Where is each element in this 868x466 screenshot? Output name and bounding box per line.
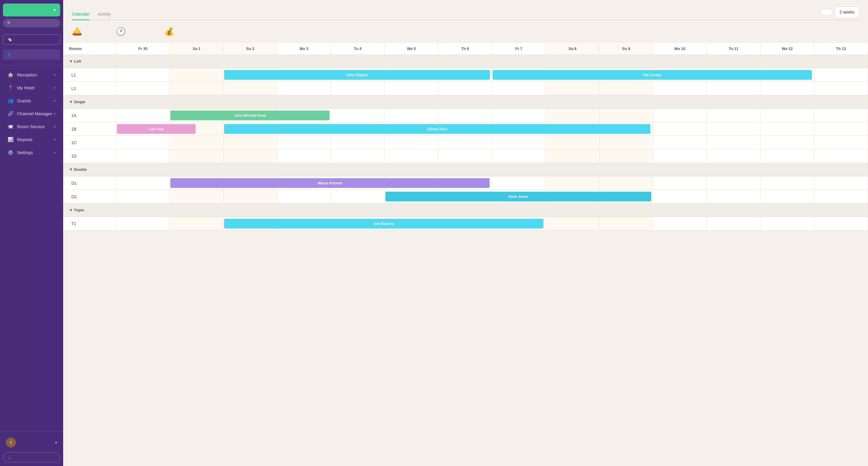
sidebar-item-reports[interactable]: 📊 Reports ▾ [2,133,61,146]
cell-1B-mo10[interactable] [653,122,707,136]
cell-D2-fr30[interactable] [116,190,170,203]
cell-D1-su9[interactable] [599,176,653,190]
cell-T1-sa1[interactable] [170,217,223,231]
cell-D1-sa8[interactable] [546,176,599,190]
cell-1D-we12[interactable] [761,149,814,163]
reservation-bar[interactable]: Sally Higgins [224,70,490,80]
cell-1A-tu4[interactable] [331,109,384,122]
cell-L2-th6[interactable] [438,82,492,95]
sidebar-item-settings[interactable]: ⚙️ Settings ▾ [2,146,61,159]
cell-T1-fr30[interactable] [116,217,170,231]
cell-1B-su2[interactable]: Althea Silva [223,122,277,136]
cell-1C-we12[interactable] [761,136,814,149]
cell-L2-su9[interactable] [599,82,653,95]
subscriptions-pricing-button[interactable]: 🏷️ [3,34,60,45]
cell-D1-mo10[interactable] [653,176,707,190]
cell-1A-sa1[interactable]: John Michael Kane [170,109,223,122]
sidebar-item-channel-manager[interactable]: 🔗 Channel Manager ▾ [2,107,61,120]
reservation-bar[interactable]: Althea Silva [224,124,650,134]
cell-1A-su9[interactable] [599,109,653,122]
cell-1B-we12[interactable] [761,122,814,136]
cell-1C-su9[interactable] [599,136,653,149]
cell-D2-mo3[interactable] [277,190,331,203]
cell-1C-su2[interactable] [223,136,277,149]
cell-1C-th6[interactable] [438,136,492,149]
cell-1D-tu4[interactable] [331,149,384,163]
cell-L2-mo10[interactable] [653,82,707,95]
cell-D1-th13[interactable] [814,176,868,190]
cell-1A-we5[interactable] [384,109,438,122]
cell-L1-th13[interactable] [814,68,868,82]
cell-L2-fr30[interactable] [116,82,170,95]
cell-D2-tu11[interactable] [707,190,761,203]
cell-D1-tu11[interactable] [707,176,761,190]
cell-1C-we5[interactable] [384,136,438,149]
cell-D2-su2[interactable] [223,190,277,203]
tab-calendar[interactable]: Calendar [72,9,90,20]
cell-1D-mo10[interactable] [653,149,707,163]
search-bar[interactable]: 🔍 [3,19,60,27]
cell-L2-sa8[interactable] [546,82,599,95]
cell-1D-fr30[interactable] [116,149,170,163]
cell-L1-fr30[interactable] [116,68,170,82]
cell-T1-th13[interactable] [814,217,868,231]
cell-1D-su2[interactable] [223,149,277,163]
cell-1A-sa8[interactable] [546,109,599,122]
cell-1A-we12[interactable] [761,109,814,122]
cell-1C-th13[interactable] [814,136,868,149]
cell-L2-th13[interactable] [814,82,868,95]
cell-1A-tu11[interactable] [707,109,761,122]
cell-L2-su2[interactable] [223,82,277,95]
cell-1A-mo10[interactable] [653,109,707,122]
cell-1A-fr7[interactable] [492,109,546,122]
cell-1D-fr7[interactable] [492,149,546,163]
cell-D2-th13[interactable] [814,190,868,203]
cell-L1-sa1[interactable] [170,68,223,82]
view-selector[interactable]: 2 weeks 1 week 1 month [835,6,859,18]
cell-L2-we5[interactable] [384,82,438,95]
cell-1C-fr7[interactable] [492,136,546,149]
cell-T1-su2[interactable]: Jen Beasley [223,217,277,231]
messages-button[interactable]: 👤 [3,49,60,60]
cell-D1-fr7[interactable] [492,176,546,190]
cell-D1-we12[interactable] [761,176,814,190]
chat-with-support-button[interactable]: 🎧 [3,452,60,463]
cell-D1-sa1[interactable]: Marco Antonio [170,176,223,190]
cell-1C-sa1[interactable] [170,136,223,149]
sidebar-item-guests[interactable]: 👥 Guests ▾ [2,94,61,107]
cell-1C-tu4[interactable] [331,136,384,149]
cell-T1-tu11[interactable] [707,217,761,231]
cell-1B-th13[interactable] [814,122,868,136]
cell-D2-sa1[interactable] [170,190,223,203]
user-profile-row[interactable]: I ▾ [3,435,60,450]
reservation-bar[interactable]: Hal Jordan [493,70,812,80]
tab-activity[interactable]: Activity [98,9,111,20]
cell-1C-tu11[interactable] [707,136,761,149]
cell-1B-tu11[interactable] [707,122,761,136]
sidebar-item-reception[interactable]: 🏠 Reception ▾ [2,68,61,81]
cell-1D-sa1[interactable] [170,149,223,163]
reservation-bar[interactable]: Marco Antonio [170,178,490,188]
cell-D2-mo10[interactable] [653,190,707,203]
cell-1D-we5[interactable] [384,149,438,163]
cell-L1-su2[interactable]: Sally Higgins [223,68,277,82]
cell-L1-fr7[interactable]: Hal Jordan [492,68,546,82]
reservation-bar[interactable]: Jen Beasley [224,219,544,228]
cell-1C-mo3[interactable] [277,136,331,149]
cell-1A-th13[interactable] [814,109,868,122]
cell-1B-fr30[interactable]: Lars Ano [116,122,170,136]
cell-1D-tu11[interactable] [707,149,761,163]
cell-D2-tu4[interactable] [331,190,384,203]
cell-T1-sa8[interactable] [546,217,599,231]
sidebar-item-my-hotel[interactable]: 📍 My Hotel ▾ [2,82,61,94]
cell-D1-fr30[interactable] [116,176,170,190]
cell-L2-mo3[interactable] [277,82,331,95]
cell-1C-sa8[interactable] [546,136,599,149]
reservation-bar[interactable]: Lars Ano [117,124,196,134]
cell-1C-mo10[interactable] [653,136,707,149]
cell-L2-tu4[interactable] [331,82,384,95]
date-picker-button[interactable] [821,9,832,15]
cell-D2-we5[interactable]: Hank Jones [384,190,438,203]
cell-D2-we12[interactable] [761,190,814,203]
cell-1A-th6[interactable] [438,109,492,122]
